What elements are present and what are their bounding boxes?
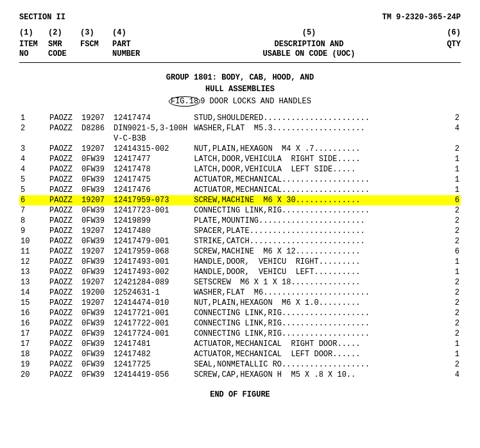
- row-item: 17: [19, 339, 48, 349]
- row-part: 12417959-073: [112, 195, 193, 205]
- row-fscm: 19207: [80, 195, 112, 205]
- row-smr: PAOZZ: [48, 144, 80, 154]
- row-smr: PAOZZ: [48, 226, 80, 236]
- table-row: 9 PAOZZ 19207 12417480 SPACER,PLATE.....…: [19, 226, 461, 236]
- table-row: 7 PAOZZ 0FW39 12417723-001 CONNECTING LI…: [19, 205, 461, 216]
- row-part: 12524631-1: [112, 288, 193, 298]
- row-fscm: 19207: [80, 144, 112, 154]
- row-fscm: 19207: [80, 113, 112, 123]
- row-item: 4: [19, 154, 48, 164]
- row-part: 12421284-089: [112, 277, 193, 288]
- row-smr: PAOZZ: [48, 123, 80, 134]
- table-row: 5 PAOZZ 0FW39 12417476 ACTUATOR,MECHANIC…: [19, 185, 461, 195]
- row-part: 12417474: [112, 113, 193, 123]
- row-item: 16: [19, 308, 48, 318]
- row-qty: 1: [435, 257, 461, 267]
- row-fscm: 0FW39: [80, 185, 112, 195]
- row-qty: 2: [435, 288, 461, 298]
- row-item: 5: [19, 175, 48, 185]
- table-row: 10 PAOZZ 0FW39 12417479-001 STRIKE,CATCH…: [19, 236, 461, 246]
- table-row: 15 PAOZZ 19207 12414474-010 NUT,PLAIN,HE…: [19, 298, 461, 308]
- row-fscm: 19207: [80, 277, 112, 288]
- col-smr-label: SMRCODE: [48, 40, 80, 60]
- row-qty: 2: [435, 329, 461, 339]
- row-part: 12417481: [112, 339, 193, 349]
- row-smr: PAOZZ: [48, 288, 80, 298]
- table-row: 13 PAOZZ 0FW39 12417493-002 HANDLE,DOOR,…: [19, 267, 461, 277]
- row-qty: 2: [435, 277, 461, 288]
- column-headers: (1) (2) (3) (4) (5) (6): [19, 28, 461, 39]
- row-qty: 4: [435, 123, 461, 134]
- row-smr: PAOZZ: [48, 185, 80, 195]
- row-part: 12417725: [112, 359, 193, 370]
- table-row: 11 PAOZZ 19207 12417959-068 SCREW,MACHIN…: [19, 246, 461, 257]
- row-part: 12417476: [112, 185, 193, 195]
- row-qty: 2: [435, 113, 461, 123]
- row-qty: 2: [435, 205, 461, 216]
- row-desc: NUT,PLAIN,HEXAGON M6 X 1.0.........: [193, 298, 435, 308]
- col-part-label: PARTNUMBER: [112, 40, 183, 60]
- row-item: 5: [19, 185, 48, 195]
- table-row: 5 PAOZZ 0FW39 12417475 ACTUATOR,MECHANIC…: [19, 175, 461, 185]
- row-part: 12414419-056: [112, 370, 193, 380]
- row-item: 4: [19, 164, 48, 175]
- row-qty: 2: [435, 216, 461, 226]
- row-smr: PAOZZ: [48, 216, 80, 226]
- row-part: 12419899: [112, 216, 193, 226]
- row-desc: HANDLE,DOOR, VEHICU LEFT..........: [193, 267, 435, 277]
- row-qty: 1: [435, 164, 461, 175]
- row-part: 12417478: [112, 164, 193, 175]
- row-smr: PAOZZ: [48, 329, 80, 339]
- row-desc: WASHER,FLAT M5.3....................: [193, 123, 435, 134]
- row-desc: SETSCREW M6 X 1 X 18...............: [193, 277, 435, 288]
- table-row: 13 PAOZZ 19207 12421284-089 SETSCREW M6 …: [19, 277, 461, 288]
- table-row: 8 PAOZZ 0FW39 12419899 PLATE,MOUNTING...…: [19, 216, 461, 226]
- row-qty: 1: [435, 349, 461, 359]
- row-desc: ACTUATOR,MECHANICAL...................: [193, 175, 435, 185]
- row-part: 12417479-001: [112, 236, 193, 246]
- col-fscm-label: FSCM: [80, 40, 112, 60]
- row-fscm: 19207: [80, 246, 112, 257]
- table-row: 16 PAOZZ 0FW39 12417722-001 CONNECTING L…: [19, 318, 461, 329]
- row-part: 12417721-001: [112, 308, 193, 318]
- row-item: 7: [19, 205, 48, 216]
- row-desc: STUD,SHOULDERED.......................: [193, 113, 435, 123]
- row-item: 6: [19, 195, 48, 205]
- row-item: 1: [19, 113, 48, 123]
- section-label: SECTION II: [19, 13, 65, 22]
- row-smr: PAOZZ: [48, 195, 80, 205]
- row-smr: PAOZZ: [48, 164, 80, 175]
- row-item: 13: [19, 267, 48, 277]
- row-fscm: 0FW39: [80, 359, 112, 370]
- column-subheaders: ITEMNO SMRCODE FSCM PARTNUMBER DESCRIPTI…: [19, 40, 461, 60]
- row-smr: PAOZZ: [48, 154, 80, 164]
- row-smr: PAOZZ: [48, 205, 80, 216]
- row-item: 10: [19, 236, 48, 246]
- row-fscm: 0FW39: [80, 236, 112, 246]
- row-qty: 1: [435, 175, 461, 185]
- row-desc: LATCH,DOOR,VEHICULA RIGHT SIDE.....: [193, 154, 435, 164]
- row-fscm: 0FW39: [80, 349, 112, 359]
- table-row-continuation: V-C-B3B: [19, 134, 461, 144]
- fig-title: FIG.189 DOOR LOCKS AND HANDLES: [19, 96, 461, 107]
- header-row: SECTION II TM 9-2320-365-24P: [19, 13, 461, 22]
- parts-table: 1 PAOZZ 19207 12417474 STUD,SHOULDERED..…: [19, 113, 461, 380]
- row-item: 3: [19, 144, 48, 154]
- row-qty: 2: [435, 144, 461, 154]
- row-smr: PAOZZ: [48, 277, 80, 288]
- row-item: 9: [19, 226, 48, 236]
- row-qty: 1: [435, 339, 461, 349]
- row-qty: 2: [435, 359, 461, 370]
- row-part: 12417724-001: [112, 329, 193, 339]
- row-item: 19: [19, 359, 48, 370]
- row-fscm: 0FW39: [80, 257, 112, 267]
- row-desc: HANDLE,DOOR, VEHICU RIGHT.........: [193, 257, 435, 267]
- table-row: 4 PAOZZ 0FW39 12417478 LATCH,DOOR,VEHICU…: [19, 164, 461, 175]
- fig-ref: FIG.18: [169, 96, 200, 107]
- row-item: 15: [19, 298, 48, 308]
- row-smr: PAOZZ: [48, 175, 80, 185]
- row-qty: 1: [435, 267, 461, 277]
- row-qty: 2: [435, 236, 461, 246]
- row-fscm: 0FW39: [80, 175, 112, 185]
- row-fscm: 0FW39: [80, 308, 112, 318]
